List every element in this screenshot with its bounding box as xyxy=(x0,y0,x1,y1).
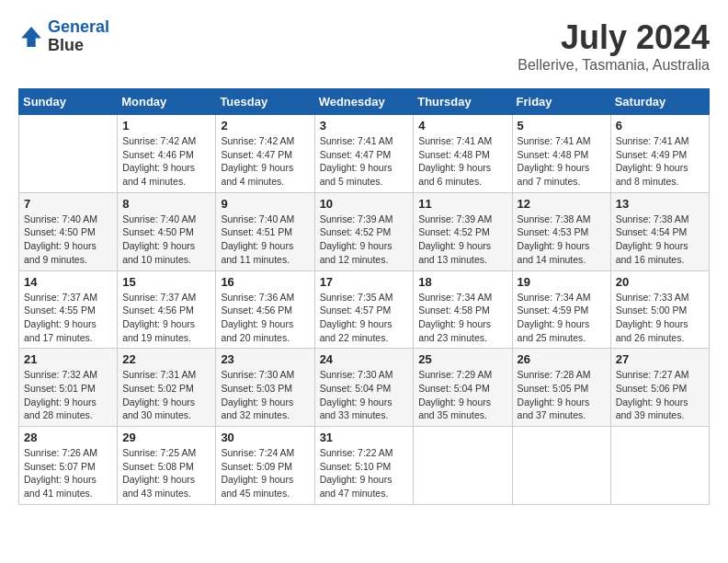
calendar-cell: 11Sunrise: 7:39 AMSunset: 4:52 PMDayligh… xyxy=(414,192,512,270)
calendar-week-row: 14Sunrise: 7:37 AMSunset: 4:55 PMDayligh… xyxy=(19,270,710,349)
calendar-cell: 1Sunrise: 7:42 AMSunset: 4:46 PMDaylight… xyxy=(118,115,216,193)
day-info: Sunrise: 7:42 AMSunset: 4:46 PMDaylight:… xyxy=(122,134,210,189)
day-info: Sunrise: 7:39 AMSunset: 4:52 PMDaylight:… xyxy=(320,213,409,267)
day-number: 7 xyxy=(24,197,112,211)
page-header: General Blue July 2024 Bellerive, Tasman… xyxy=(18,18,710,74)
calendar-table: SundayMondayTuesdayWednesdayThursdayFrid… xyxy=(18,88,710,505)
weekday-header: Thursday xyxy=(414,89,512,115)
day-info: Sunrise: 7:33 AMSunset: 5:00 PMDaylight:… xyxy=(616,291,704,345)
weekday-header: Friday xyxy=(512,89,610,115)
calendar-cell: 8Sunrise: 7:40 AMSunset: 4:50 PMDaylight… xyxy=(118,192,216,270)
day-number: 31 xyxy=(320,431,409,444)
calendar-cell: 25Sunrise: 7:29 AMSunset: 5:04 PMDayligh… xyxy=(414,349,512,427)
day-number: 13 xyxy=(616,197,704,211)
calendar-cell: 29Sunrise: 7:25 AMSunset: 5:08 PMDayligh… xyxy=(118,427,216,505)
day-number: 17 xyxy=(320,275,409,289)
calendar-cell: 3Sunrise: 7:41 AMSunset: 4:47 PMDaylight… xyxy=(314,115,414,193)
day-number: 6 xyxy=(616,119,704,132)
day-info: Sunrise: 7:37 AMSunset: 4:56 PMDaylight:… xyxy=(122,291,210,345)
day-info: Sunrise: 7:30 AMSunset: 5:03 PMDaylight:… xyxy=(221,368,309,422)
day-info: Sunrise: 7:41 AMSunset: 4:47 PMDaylight:… xyxy=(320,134,409,189)
calendar-cell: 14Sunrise: 7:37 AMSunset: 4:55 PMDayligh… xyxy=(19,270,118,349)
calendar-week-row: 21Sunrise: 7:32 AMSunset: 5:01 PMDayligh… xyxy=(19,349,710,427)
calendar-week-row: 28Sunrise: 7:26 AMSunset: 5:07 PMDayligh… xyxy=(19,427,710,505)
logo-line2: Blue xyxy=(48,37,109,55)
calendar-cell: 13Sunrise: 7:38 AMSunset: 4:54 PMDayligh… xyxy=(610,192,709,270)
day-info: Sunrise: 7:39 AMSunset: 4:52 PMDaylight:… xyxy=(418,213,506,267)
calendar-cell: 28Sunrise: 7:26 AMSunset: 5:07 PMDayligh… xyxy=(19,427,118,505)
day-number: 10 xyxy=(320,197,409,211)
calendar-cell: 31Sunrise: 7:22 AMSunset: 5:10 PMDayligh… xyxy=(314,427,414,505)
day-number: 25 xyxy=(418,352,506,366)
day-info: Sunrise: 7:41 AMSunset: 4:48 PMDaylight:… xyxy=(518,134,606,189)
day-info: Sunrise: 7:41 AMSunset: 4:49 PMDaylight:… xyxy=(616,134,704,189)
calendar-cell: 16Sunrise: 7:36 AMSunset: 4:56 PMDayligh… xyxy=(216,270,314,349)
day-info: Sunrise: 7:42 AMSunset: 4:47 PMDaylight:… xyxy=(221,134,309,189)
day-info: Sunrise: 7:36 AMSunset: 4:56 PMDaylight:… xyxy=(221,291,309,345)
calendar-cell: 26Sunrise: 7:28 AMSunset: 5:05 PMDayligh… xyxy=(512,349,610,427)
day-info: Sunrise: 7:30 AMSunset: 5:04 PMDaylight:… xyxy=(320,368,409,422)
day-info: Sunrise: 7:41 AMSunset: 4:48 PMDaylight:… xyxy=(418,134,506,189)
day-number: 15 xyxy=(122,275,210,289)
day-number: 26 xyxy=(518,352,606,366)
day-info: Sunrise: 7:34 AMSunset: 4:58 PMDaylight:… xyxy=(418,291,506,345)
day-number: 19 xyxy=(518,275,606,289)
day-info: Sunrise: 7:40 AMSunset: 4:50 PMDaylight:… xyxy=(24,213,112,267)
day-info: Sunrise: 7:34 AMSunset: 4:59 PMDaylight:… xyxy=(518,291,606,345)
weekday-header: Saturday xyxy=(610,89,709,115)
calendar-cell: 7Sunrise: 7:40 AMSunset: 4:50 PMDaylight… xyxy=(19,192,118,270)
weekday-header: Wednesday xyxy=(314,89,414,115)
calendar-cell: 22Sunrise: 7:31 AMSunset: 5:02 PMDayligh… xyxy=(118,349,216,427)
calendar-cell xyxy=(610,427,709,505)
calendar-cell: 20Sunrise: 7:33 AMSunset: 5:00 PMDayligh… xyxy=(610,270,709,349)
calendar-cell: 19Sunrise: 7:34 AMSunset: 4:59 PMDayligh… xyxy=(512,270,610,349)
day-number: 3 xyxy=(320,119,409,132)
main-title: July 2024 xyxy=(518,18,710,57)
calendar-cell: 24Sunrise: 7:30 AMSunset: 5:04 PMDayligh… xyxy=(314,349,414,427)
day-info: Sunrise: 7:40 AMSunset: 4:51 PMDaylight:… xyxy=(221,213,309,267)
day-info: Sunrise: 7:27 AMSunset: 5:06 PMDaylight:… xyxy=(616,368,704,422)
day-number: 12 xyxy=(518,197,606,211)
calendar-cell: 12Sunrise: 7:38 AMSunset: 4:53 PMDayligh… xyxy=(512,192,610,270)
weekday-header: Sunday xyxy=(19,89,118,115)
day-info: Sunrise: 7:32 AMSunset: 5:01 PMDaylight:… xyxy=(24,368,112,422)
calendar-week-row: 7Sunrise: 7:40 AMSunset: 4:50 PMDaylight… xyxy=(19,192,710,270)
day-number: 30 xyxy=(221,431,309,444)
day-number: 14 xyxy=(24,275,112,289)
calendar-cell: 27Sunrise: 7:27 AMSunset: 5:06 PMDayligh… xyxy=(610,349,709,427)
weekday-header: Monday xyxy=(118,89,216,115)
day-info: Sunrise: 7:31 AMSunset: 5:02 PMDaylight:… xyxy=(122,368,210,422)
day-info: Sunrise: 7:24 AMSunset: 5:09 PMDaylight:… xyxy=(221,446,309,500)
day-info: Sunrise: 7:25 AMSunset: 5:08 PMDaylight:… xyxy=(122,446,210,500)
day-info: Sunrise: 7:29 AMSunset: 5:04 PMDaylight:… xyxy=(418,368,506,422)
day-number: 2 xyxy=(221,119,309,132)
logo-line1: General xyxy=(48,17,109,36)
day-number: 23 xyxy=(221,352,309,366)
subtitle: Bellerive, Tasmania, Australia xyxy=(518,57,710,74)
calendar-week-row: 1Sunrise: 7:42 AMSunset: 4:46 PMDaylight… xyxy=(19,115,710,193)
logo-icon xyxy=(18,24,44,50)
day-number: 5 xyxy=(518,119,606,132)
calendar-cell xyxy=(414,427,512,505)
day-info: Sunrise: 7:40 AMSunset: 4:50 PMDaylight:… xyxy=(122,213,210,267)
day-number: 8 xyxy=(122,197,210,211)
day-number: 16 xyxy=(221,275,309,289)
day-number: 21 xyxy=(24,352,112,366)
logo: General Blue xyxy=(18,18,109,55)
calendar-cell: 30Sunrise: 7:24 AMSunset: 5:09 PMDayligh… xyxy=(216,427,314,505)
calendar-cell: 15Sunrise: 7:37 AMSunset: 4:56 PMDayligh… xyxy=(118,270,216,349)
day-number: 27 xyxy=(616,352,704,366)
calendar-cell: 4Sunrise: 7:41 AMSunset: 4:48 PMDaylight… xyxy=(414,115,512,193)
day-info: Sunrise: 7:37 AMSunset: 4:55 PMDaylight:… xyxy=(24,291,112,345)
day-info: Sunrise: 7:22 AMSunset: 5:10 PMDaylight:… xyxy=(320,446,409,500)
calendar-cell: 17Sunrise: 7:35 AMSunset: 4:57 PMDayligh… xyxy=(314,270,414,349)
day-number: 1 xyxy=(122,119,210,132)
calendar-header-row: SundayMondayTuesdayWednesdayThursdayFrid… xyxy=(19,89,710,115)
logo-text: General Blue xyxy=(48,18,109,55)
calendar-cell: 9Sunrise: 7:40 AMSunset: 4:51 PMDaylight… xyxy=(216,192,314,270)
calendar-cell: 21Sunrise: 7:32 AMSunset: 5:01 PMDayligh… xyxy=(19,349,118,427)
day-number: 22 xyxy=(122,352,210,366)
day-info: Sunrise: 7:26 AMSunset: 5:07 PMDaylight:… xyxy=(24,446,112,500)
day-number: 11 xyxy=(418,197,506,211)
calendar-cell xyxy=(512,427,610,505)
